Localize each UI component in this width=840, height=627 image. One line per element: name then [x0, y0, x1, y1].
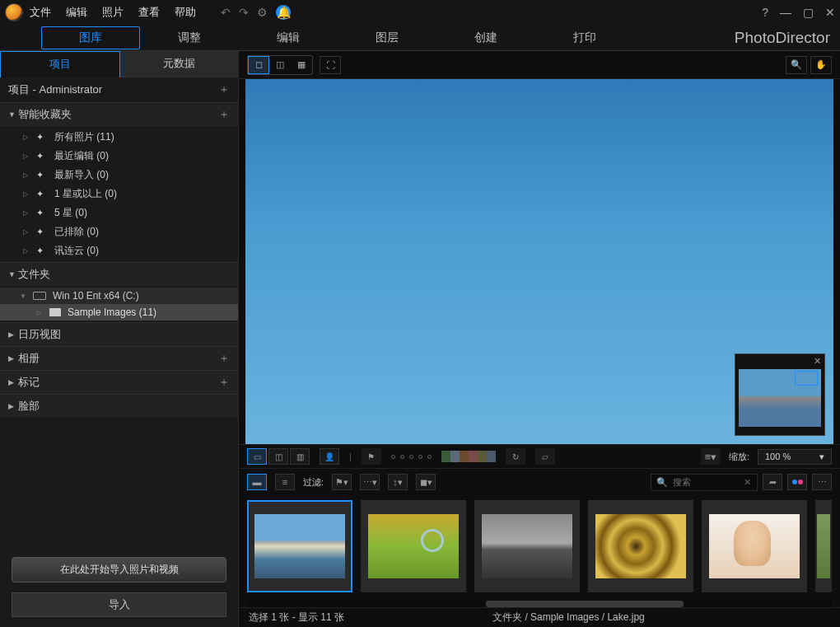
thumbnail-4[interactable]: [588, 500, 693, 592]
import-button[interactable]: 导入: [12, 592, 226, 617]
help-icon[interactable]: ?: [762, 6, 768, 19]
stack-icon[interactable]: ▱: [535, 448, 555, 465]
rating-stars[interactable]: [391, 455, 432, 459]
search-input-wrapper[interactable]: 🔍 ✕: [651, 474, 758, 491]
thumbnail-1[interactable]: [247, 500, 352, 592]
filter-flag-icon[interactable]: ⚑▾: [332, 474, 352, 490]
project-label: 项目 - Administrator: [8, 82, 102, 97]
color-labels[interactable]: [441, 451, 496, 462]
add-project-icon[interactable]: ＋: [218, 82, 230, 97]
add-smart-icon[interactable]: ＋: [218, 107, 230, 122]
album-header[interactable]: ▶相册＋: [0, 347, 238, 370]
thumbnail-6[interactable]: [815, 500, 832, 592]
color-swatch[interactable]: [478, 451, 487, 462]
add-album-icon[interactable]: ＋: [218, 351, 230, 366]
tab-project[interactable]: 项目: [0, 51, 120, 77]
share-flickr-icon[interactable]: [787, 474, 807, 490]
add-tag-icon[interactable]: ＋: [218, 375, 230, 390]
navigator-panel[interactable]: ✕: [735, 353, 825, 436]
smart-item-5[interactable]: ▷✦已排除 (0): [0, 222, 238, 241]
smart-icon: ✦: [36, 227, 48, 237]
thumb-size-large-icon[interactable]: ▬: [247, 474, 267, 490]
smart-icon: ✦: [36, 151, 48, 161]
mode-print[interactable]: 打印: [535, 27, 634, 49]
mode-edit[interactable]: 编辑: [239, 27, 338, 49]
menu-view[interactable]: 查看: [138, 5, 160, 20]
chevron-right-icon: ▷: [23, 209, 30, 217]
filter-star-icon[interactable]: ⋯▾: [360, 474, 380, 490]
filter-sort-icon[interactable]: ↕▾: [388, 474, 408, 490]
layout-2-icon[interactable]: ◫: [268, 448, 288, 465]
clear-search-icon[interactable]: ✕: [744, 477, 751, 488]
sort-icon[interactable]: ≡▾: [701, 448, 721, 465]
chevron-right-icon: ▷: [23, 190, 30, 198]
thumbnail-2[interactable]: [361, 500, 466, 592]
navigator-viewport[interactable]: [795, 371, 818, 386]
menu-edit[interactable]: 编辑: [66, 5, 87, 20]
gear-icon[interactable]: ⚙: [257, 6, 268, 19]
mode-create[interactable]: 创建: [436, 27, 535, 49]
chevron-right-icon: ▶: [8, 330, 18, 339]
hand-tool-icon[interactable]: ✋: [810, 56, 832, 74]
compare-view-icon[interactable]: ◫: [269, 56, 291, 74]
scrollbar-handle[interactable]: [486, 601, 684, 607]
menu-help[interactable]: 帮助: [175, 5, 196, 20]
chevron-right-icon: ▷: [23, 133, 30, 141]
notification-icon[interactable]: 🔔: [276, 5, 291, 20]
mode-library[interactable]: 图库: [41, 26, 140, 49]
color-swatch[interactable]: [441, 451, 450, 462]
search-input[interactable]: [673, 477, 739, 487]
calendar-header[interactable]: ▶日历视图: [0, 323, 238, 346]
more-icon[interactable]: ⋯: [812, 474, 832, 490]
rotate-icon[interactable]: ↻: [506, 448, 525, 465]
layout-3-icon[interactable]: ▥: [290, 448, 310, 465]
color-swatch[interactable]: [469, 451, 478, 462]
layout-1-icon[interactable]: ▭: [247, 448, 267, 465]
mode-layer[interactable]: 图层: [338, 27, 436, 49]
maximize-icon[interactable]: ▢: [803, 6, 814, 19]
tab-metadata[interactable]: 元数据: [120, 51, 239, 77]
zoom-select[interactable]: 100 %▾: [758, 449, 832, 465]
chevron-down-icon: ▼: [8, 270, 18, 278]
undo-icon[interactable]: ↶: [221, 6, 231, 19]
mode-adjust[interactable]: 调整: [140, 27, 239, 49]
navigator-close-icon[interactable]: ✕: [814, 356, 821, 367]
color-swatch[interactable]: [450, 451, 460, 462]
search-tool-icon[interactable]: 🔍: [786, 56, 807, 74]
import-hint-button[interactable]: 在此处开始导入照片和视频: [12, 557, 226, 583]
smart-item-3[interactable]: ▷✦1 星或以上 (0): [0, 185, 238, 204]
thumb-list-icon[interactable]: ≡: [275, 474, 295, 490]
fullscreen-icon[interactable]: ⛶: [320, 56, 341, 74]
folders-header[interactable]: ▼ 文件夹: [0, 263, 238, 286]
thumbnail-3[interactable]: [474, 500, 580, 592]
close-icon[interactable]: ✕: [825, 6, 835, 19]
export-icon[interactable]: ➦: [763, 474, 782, 490]
tag-header[interactable]: ▶标记＋: [0, 371, 238, 394]
smart-item-6[interactable]: ▷✦讯连云 (0): [0, 241, 238, 260]
single-view-icon[interactable]: ◻: [248, 56, 269, 74]
subfolder-item[interactable]: ▷ Sample Images (11): [0, 304, 238, 321]
color-swatch[interactable]: [460, 451, 469, 462]
preview-image[interactable]: ✕: [245, 79, 833, 444]
smart-folder-header[interactable]: ▼ 智能收藏夹 ＋: [0, 103, 238, 126]
color-swatch[interactable]: [487, 451, 496, 462]
grid-view-icon[interactable]: ▦: [291, 56, 312, 74]
drive-item[interactable]: ▼ Win 10 Ent x64 (C:): [0, 288, 238, 304]
redo-icon[interactable]: ↷: [239, 6, 249, 19]
filter-color-icon[interactable]: ◼▾: [416, 474, 436, 490]
smart-item-1[interactable]: ▷✦最近编辑 (0): [0, 147, 238, 166]
smart-item-4[interactable]: ▷✦5 星 (0): [0, 204, 238, 222]
smart-folder-title: 智能收藏夹: [18, 107, 72, 122]
menu-photo[interactable]: 照片: [102, 5, 124, 20]
smart-item-0[interactable]: ▷✦所有照片 (11): [0, 128, 238, 147]
flag-icon[interactable]: ⚑: [362, 448, 381, 465]
thumbnail-scrollbar[interactable]: [247, 601, 832, 607]
chevron-right-icon: ▷: [36, 309, 43, 316]
thumbnail-5[interactable]: [702, 500, 807, 592]
face-header[interactable]: ▶脸部: [0, 395, 238, 418]
menu-file[interactable]: 文件: [30, 5, 51, 20]
face-tag-icon[interactable]: 👤: [320, 448, 339, 465]
minimize-icon[interactable]: —: [780, 6, 791, 19]
navigator-thumb[interactable]: [739, 369, 821, 427]
smart-item-2[interactable]: ▷✦最新导入 (0): [0, 166, 238, 185]
